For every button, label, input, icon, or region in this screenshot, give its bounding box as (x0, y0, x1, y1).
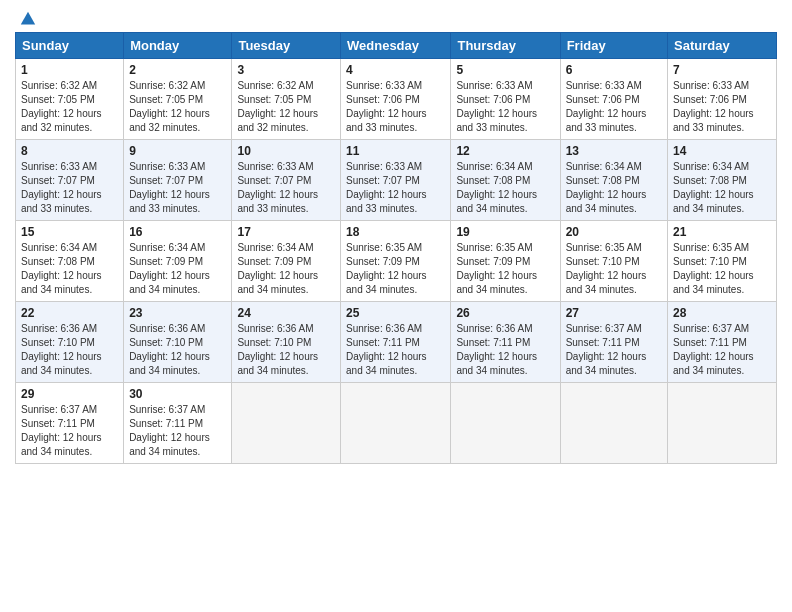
day-info: Sunrise: 6:33 AMSunset: 7:07 PMDaylight:… (129, 161, 210, 214)
table-row: 23 Sunrise: 6:36 AMSunset: 7:10 PMDaylig… (124, 302, 232, 383)
table-row: 1 Sunrise: 6:32 AMSunset: 7:05 PMDayligh… (16, 59, 124, 140)
day-number: 28 (673, 306, 771, 320)
day-number: 6 (566, 63, 662, 77)
table-row: 2 Sunrise: 6:32 AMSunset: 7:05 PMDayligh… (124, 59, 232, 140)
table-row (341, 383, 451, 464)
day-info: Sunrise: 6:36 AMSunset: 7:10 PMDaylight:… (237, 323, 318, 376)
day-number: 29 (21, 387, 118, 401)
day-info: Sunrise: 6:36 AMSunset: 7:11 PMDaylight:… (456, 323, 537, 376)
table-row: 19 Sunrise: 6:35 AMSunset: 7:09 PMDaylig… (451, 221, 560, 302)
day-info: Sunrise: 6:35 AMSunset: 7:10 PMDaylight:… (673, 242, 754, 295)
svg-marker-0 (21, 12, 35, 25)
day-info: Sunrise: 6:34 AMSunset: 7:08 PMDaylight:… (21, 242, 102, 295)
table-row: 27 Sunrise: 6:37 AMSunset: 7:11 PMDaylig… (560, 302, 667, 383)
day-info: Sunrise: 6:37 AMSunset: 7:11 PMDaylight:… (673, 323, 754, 376)
table-row: 12 Sunrise: 6:34 AMSunset: 7:08 PMDaylig… (451, 140, 560, 221)
table-row: 20 Sunrise: 6:35 AMSunset: 7:10 PMDaylig… (560, 221, 667, 302)
table-row: 13 Sunrise: 6:34 AMSunset: 7:08 PMDaylig… (560, 140, 667, 221)
day-number: 21 (673, 225, 771, 239)
table-row: 17 Sunrise: 6:34 AMSunset: 7:09 PMDaylig… (232, 221, 341, 302)
day-info: Sunrise: 6:37 AMSunset: 7:11 PMDaylight:… (129, 404, 210, 457)
table-row: 30 Sunrise: 6:37 AMSunset: 7:11 PMDaylig… (124, 383, 232, 464)
day-number: 25 (346, 306, 445, 320)
th-thursday: Thursday (451, 33, 560, 59)
day-info: Sunrise: 6:34 AMSunset: 7:08 PMDaylight:… (456, 161, 537, 214)
day-info: Sunrise: 6:32 AMSunset: 7:05 PMDaylight:… (129, 80, 210, 133)
table-row (451, 383, 560, 464)
table-row: 9 Sunrise: 6:33 AMSunset: 7:07 PMDayligh… (124, 140, 232, 221)
day-info: Sunrise: 6:37 AMSunset: 7:11 PMDaylight:… (21, 404, 102, 457)
table-row: 28 Sunrise: 6:37 AMSunset: 7:11 PMDaylig… (668, 302, 777, 383)
table-row (668, 383, 777, 464)
calendar-row: 22 Sunrise: 6:36 AMSunset: 7:10 PMDaylig… (16, 302, 777, 383)
table-row: 16 Sunrise: 6:34 AMSunset: 7:09 PMDaylig… (124, 221, 232, 302)
day-number: 20 (566, 225, 662, 239)
table-row: 11 Sunrise: 6:33 AMSunset: 7:07 PMDaylig… (341, 140, 451, 221)
day-number: 10 (237, 144, 335, 158)
day-number: 12 (456, 144, 554, 158)
day-info: Sunrise: 6:32 AMSunset: 7:05 PMDaylight:… (237, 80, 318, 133)
day-number: 22 (21, 306, 118, 320)
day-info: Sunrise: 6:36 AMSunset: 7:10 PMDaylight:… (129, 323, 210, 376)
day-number: 27 (566, 306, 662, 320)
day-info: Sunrise: 6:35 AMSunset: 7:09 PMDaylight:… (456, 242, 537, 295)
day-info: Sunrise: 6:35 AMSunset: 7:10 PMDaylight:… (566, 242, 647, 295)
calendar-row: 15 Sunrise: 6:34 AMSunset: 7:08 PMDaylig… (16, 221, 777, 302)
th-monday: Monday (124, 33, 232, 59)
logo-icon (19, 10, 37, 28)
table-row: 3 Sunrise: 6:32 AMSunset: 7:05 PMDayligh… (232, 59, 341, 140)
day-number: 23 (129, 306, 226, 320)
day-number: 4 (346, 63, 445, 77)
day-number: 24 (237, 306, 335, 320)
day-number: 18 (346, 225, 445, 239)
calendar-row: 1 Sunrise: 6:32 AMSunset: 7:05 PMDayligh… (16, 59, 777, 140)
table-row: 21 Sunrise: 6:35 AMSunset: 7:10 PMDaylig… (668, 221, 777, 302)
table-row (560, 383, 667, 464)
day-number: 2 (129, 63, 226, 77)
th-friday: Friday (560, 33, 667, 59)
table-row: 29 Sunrise: 6:37 AMSunset: 7:11 PMDaylig… (16, 383, 124, 464)
table-row: 26 Sunrise: 6:36 AMSunset: 7:11 PMDaylig… (451, 302, 560, 383)
table-row: 6 Sunrise: 6:33 AMSunset: 7:06 PMDayligh… (560, 59, 667, 140)
table-row: 10 Sunrise: 6:33 AMSunset: 7:07 PMDaylig… (232, 140, 341, 221)
table-row: 24 Sunrise: 6:36 AMSunset: 7:10 PMDaylig… (232, 302, 341, 383)
weekday-header-row: Sunday Monday Tuesday Wednesday Thursday… (16, 33, 777, 59)
day-number: 7 (673, 63, 771, 77)
calendar-row: 29 Sunrise: 6:37 AMSunset: 7:11 PMDaylig… (16, 383, 777, 464)
calendar-row: 8 Sunrise: 6:33 AMSunset: 7:07 PMDayligh… (16, 140, 777, 221)
day-number: 19 (456, 225, 554, 239)
table-row: 7 Sunrise: 6:33 AMSunset: 7:06 PMDayligh… (668, 59, 777, 140)
day-info: Sunrise: 6:33 AMSunset: 7:06 PMDaylight:… (346, 80, 427, 133)
day-info: Sunrise: 6:36 AMSunset: 7:10 PMDaylight:… (21, 323, 102, 376)
table-row: 22 Sunrise: 6:36 AMSunset: 7:10 PMDaylig… (16, 302, 124, 383)
calendar-table: Sunday Monday Tuesday Wednesday Thursday… (15, 32, 777, 464)
day-info: Sunrise: 6:33 AMSunset: 7:06 PMDaylight:… (566, 80, 647, 133)
day-info: Sunrise: 6:37 AMSunset: 7:11 PMDaylight:… (566, 323, 647, 376)
th-saturday: Saturday (668, 33, 777, 59)
day-number: 8 (21, 144, 118, 158)
day-number: 17 (237, 225, 335, 239)
day-info: Sunrise: 6:35 AMSunset: 7:09 PMDaylight:… (346, 242, 427, 295)
day-number: 15 (21, 225, 118, 239)
day-number: 3 (237, 63, 335, 77)
day-number: 1 (21, 63, 118, 77)
day-number: 16 (129, 225, 226, 239)
th-sunday: Sunday (16, 33, 124, 59)
day-number: 26 (456, 306, 554, 320)
table-row: 25 Sunrise: 6:36 AMSunset: 7:11 PMDaylig… (341, 302, 451, 383)
day-number: 11 (346, 144, 445, 158)
th-wednesday: Wednesday (341, 33, 451, 59)
table-row: 15 Sunrise: 6:34 AMSunset: 7:08 PMDaylig… (16, 221, 124, 302)
day-info: Sunrise: 6:33 AMSunset: 7:06 PMDaylight:… (456, 80, 537, 133)
day-info: Sunrise: 6:34 AMSunset: 7:08 PMDaylight:… (673, 161, 754, 214)
table-row: 8 Sunrise: 6:33 AMSunset: 7:07 PMDayligh… (16, 140, 124, 221)
header (15, 10, 777, 24)
day-info: Sunrise: 6:34 AMSunset: 7:09 PMDaylight:… (129, 242, 210, 295)
table-row: 18 Sunrise: 6:35 AMSunset: 7:09 PMDaylig… (341, 221, 451, 302)
page: Sunday Monday Tuesday Wednesday Thursday… (0, 0, 792, 612)
day-info: Sunrise: 6:33 AMSunset: 7:06 PMDaylight:… (673, 80, 754, 133)
day-info: Sunrise: 6:34 AMSunset: 7:08 PMDaylight:… (566, 161, 647, 214)
day-info: Sunrise: 6:33 AMSunset: 7:07 PMDaylight:… (21, 161, 102, 214)
day-info: Sunrise: 6:33 AMSunset: 7:07 PMDaylight:… (237, 161, 318, 214)
day-number: 9 (129, 144, 226, 158)
